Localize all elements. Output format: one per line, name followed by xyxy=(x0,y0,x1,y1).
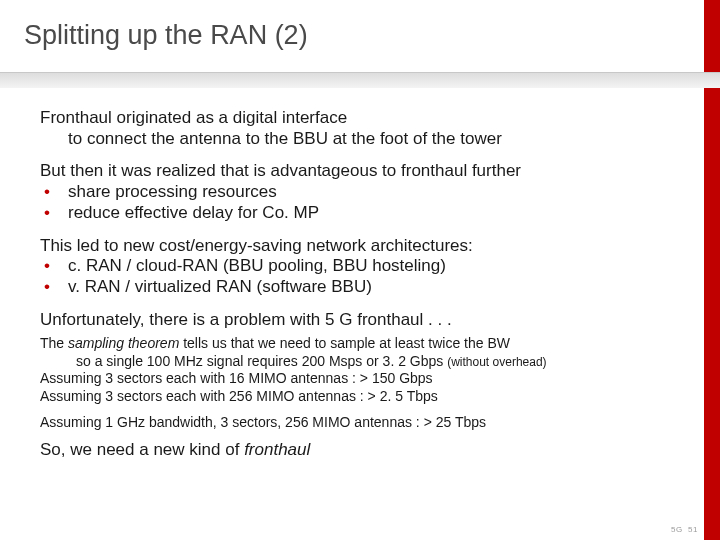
small-block-1: The sampling theorem tells us that we ne… xyxy=(40,335,682,407)
list-item: • v. RAN / virtualized RAN (software BBU… xyxy=(40,277,682,298)
footer-label: 5G xyxy=(671,525,683,534)
bullet-icon: • xyxy=(44,256,68,277)
slide-footer: 5G 51 xyxy=(671,525,698,534)
slide-title: Splitting up the RAN (2) xyxy=(24,20,308,51)
italic-text: sampling theorem xyxy=(68,335,179,351)
slide: Splitting up the RAN (2) Fronthaul origi… xyxy=(0,0,720,540)
small-text: (without overhead) xyxy=(447,355,546,369)
paragraph-3: This led to new cost/energy-saving netwo… xyxy=(40,236,682,298)
bullet-text: c. RAN / cloud-RAN (BBU pooling, BBU hos… xyxy=(68,256,446,277)
bullet-icon: • xyxy=(44,277,68,298)
small-block-2: Assuming 1 GHz bandwidth, 3 sectors, 256… xyxy=(40,414,682,432)
text-line: Fronthaul originated as a digital interf… xyxy=(40,108,682,129)
paragraph-4: Unfortunately, there is a problem with 5… xyxy=(40,310,682,331)
text-line: But then it was realized that is advanta… xyxy=(40,161,682,182)
text-line: to connect the antenna to the BBU at the… xyxy=(40,129,682,150)
text: So, we need a new kind of xyxy=(40,440,244,459)
bullet-text: v. RAN / virtualized RAN (software BBU) xyxy=(68,277,372,298)
paragraph-1: Fronthaul originated as a digital interf… xyxy=(40,108,682,149)
slide-number: 51 xyxy=(688,525,698,534)
list-item: • reduce effective delay for Co. MP xyxy=(40,203,682,224)
paragraph-5: So, we need a new kind of fronthaul xyxy=(40,440,682,461)
text-line: This led to new cost/energy-saving netwo… xyxy=(40,236,682,257)
slide-body: Fronthaul originated as a digital interf… xyxy=(40,108,682,473)
italic-text: fronthaul xyxy=(244,440,310,459)
title-underline xyxy=(0,72,720,88)
bullet-text: share processing resources xyxy=(68,182,277,203)
text-line: The sampling theorem tells us that we ne… xyxy=(40,335,682,353)
bullet-icon: • xyxy=(44,203,68,224)
paragraph-2: But then it was realized that is advanta… xyxy=(40,161,682,223)
text: so a single 100 MHz signal requires 200 … xyxy=(76,353,447,369)
list-item: • c. RAN / cloud-RAN (BBU pooling, BBU h… xyxy=(40,256,682,277)
list-item: • share processing resources xyxy=(40,182,682,203)
text-line: so a single 100 MHz signal requires 200 … xyxy=(40,353,682,371)
text: tells us that we need to sample at least… xyxy=(179,335,510,351)
bullet-text: reduce effective delay for Co. MP xyxy=(68,203,319,224)
bullet-icon: • xyxy=(44,182,68,203)
text: The xyxy=(40,335,68,351)
text-line: Assuming 3 sectors each with 256 MIMO an… xyxy=(40,388,682,406)
text-line: Assuming 3 sectors each with 16 MIMO ant… xyxy=(40,370,682,388)
